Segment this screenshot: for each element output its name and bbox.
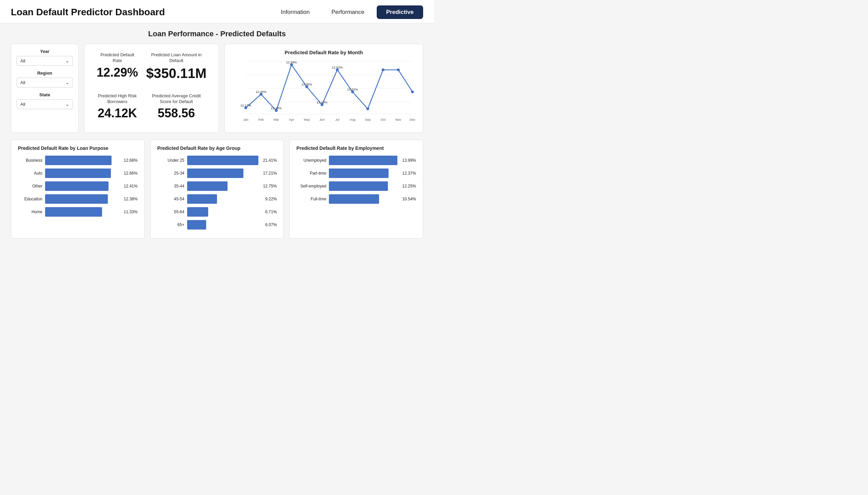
bar-value: 12.41% xyxy=(124,184,138,188)
bar-container xyxy=(187,169,258,178)
year-filter-group: Year All ⌄ xyxy=(17,49,73,66)
bar-container xyxy=(187,156,258,165)
bar-fill xyxy=(45,207,102,217)
bar-fill xyxy=(187,220,206,229)
svg-text:Apr: Apr xyxy=(289,118,294,121)
bar-value: 12.66% xyxy=(124,171,138,176)
nav-information[interactable]: Information xyxy=(271,5,319,19)
svg-text:Mar: Mar xyxy=(274,118,279,121)
bar-label: Auto xyxy=(18,171,42,176)
main-content: Loan Performance - Predicted Defaults Ye… xyxy=(0,23,434,247)
age-group-panel: Predicted Default Rate by Age Group Unde… xyxy=(150,140,284,239)
year-chevron-icon: ⌄ xyxy=(65,58,69,63)
default-rate-value: 12.29% xyxy=(97,66,138,79)
bar-label: 25-34 xyxy=(157,171,185,176)
bar-value: 12.25% xyxy=(402,184,416,188)
avg-credit-value: 558.56 xyxy=(146,106,206,120)
bar-fill xyxy=(329,169,389,178)
bar-value: 10.54% xyxy=(402,197,416,201)
high-risk-label: Predicted High Risk Borrowers xyxy=(97,93,138,105)
year-label: Year xyxy=(17,49,73,54)
svg-text:12.30%: 12.30% xyxy=(256,90,267,93)
bar-value: 12.75% xyxy=(263,184,277,188)
bar-row: 35-4412.75% xyxy=(157,182,277,191)
region-filter-group: Region All ⌄ xyxy=(17,70,73,87)
bar-row: Under 2521.41% xyxy=(157,156,277,165)
bar-container xyxy=(187,207,261,217)
bar-row: 65+6.07% xyxy=(157,220,277,229)
bar-row: Auto12.66% xyxy=(18,169,138,178)
state-label: State xyxy=(17,92,73,97)
avg-credit-label: Predicted Average Credit Score for Defau… xyxy=(146,93,206,105)
nav-predictive[interactable]: Predictive xyxy=(377,5,423,19)
default-rate-label: Predicted Default Rate xyxy=(97,52,138,64)
bar-fill xyxy=(329,194,379,204)
bar-fill xyxy=(187,169,243,178)
svg-text:12.14%: 12.14% xyxy=(271,106,282,110)
bar-fill xyxy=(45,156,112,165)
year-value: All xyxy=(20,58,25,63)
state-chevron-icon: ⌄ xyxy=(65,102,69,107)
bar-label: Part-time xyxy=(296,171,326,176)
bar-fill xyxy=(187,182,228,191)
bar-row: Education12.38% xyxy=(18,194,138,204)
svg-text:Oct: Oct xyxy=(380,118,386,121)
bar-value: 12.37% xyxy=(402,171,416,176)
bar-label: 35-44 xyxy=(157,184,185,188)
metrics-panel: Predicted Default Rate 12.29% Predicted … xyxy=(84,44,219,133)
state-value: All xyxy=(20,102,25,107)
bar-fill xyxy=(329,156,397,165)
bar-label: Education xyxy=(18,197,42,201)
svg-point-15 xyxy=(397,68,400,71)
bar-value: 21.41% xyxy=(263,158,277,163)
bar-value: 6.07% xyxy=(265,222,277,227)
bar-container xyxy=(45,169,119,178)
bar-row: 25-3417.21% xyxy=(157,169,277,178)
avg-credit-metric: Predicted Average Credit Score for Defau… xyxy=(142,90,210,127)
bar-label: Home xyxy=(18,209,42,214)
bar-container xyxy=(45,156,119,165)
high-risk-value: 24.12K xyxy=(97,106,138,120)
bar-value: 12.68% xyxy=(124,158,138,163)
svg-text:Jun: Jun xyxy=(319,118,324,121)
bar-container xyxy=(45,207,119,217)
monthly-chart-svg: 12.17% 12.30% 12.14% 12.59% 12.35% 12.19… xyxy=(232,58,416,126)
year-select[interactable]: All ⌄ xyxy=(17,56,73,66)
top-row: Year All ⌄ Region All ⌄ State All ⌄ xyxy=(11,44,423,133)
svg-text:Jan: Jan xyxy=(243,118,248,121)
nav-performance[interactable]: Performance xyxy=(322,5,374,19)
svg-text:Aug: Aug xyxy=(350,118,355,121)
bar-label: Other xyxy=(18,184,42,188)
bar-container xyxy=(187,220,261,229)
svg-text:Dec: Dec xyxy=(410,118,415,121)
region-select[interactable]: All ⌄ xyxy=(17,78,73,87)
bar-label: 55-64 xyxy=(157,209,185,214)
app-header: Loan Default Predictor Dashboard Informa… xyxy=(0,0,434,23)
bar-row: 55-646.71% xyxy=(157,207,277,217)
section-heading: Loan Performance - Predicted Defaults xyxy=(11,30,423,38)
bar-value: 6.71% xyxy=(265,209,277,214)
svg-text:12.32%: 12.32% xyxy=(347,88,358,91)
bar-fill xyxy=(45,169,111,178)
loan-purpose-title: Predicted Default Rate by Loan Purpose xyxy=(18,146,138,151)
employment-title: Predicted Default Rate by Employment xyxy=(296,146,416,151)
bar-value: 9.22% xyxy=(265,197,277,201)
bar-container xyxy=(187,182,258,191)
nav-bar: Information Performance Predictive xyxy=(271,5,423,19)
loan-purpose-panel: Predicted Default Rate by Loan Purpose B… xyxy=(11,140,145,239)
state-select[interactable]: All ⌄ xyxy=(17,99,73,109)
bar-label: 65+ xyxy=(157,222,185,227)
bar-value: 12.38% xyxy=(124,197,138,201)
svg-text:12.19%: 12.19% xyxy=(317,101,327,104)
bar-container xyxy=(329,194,397,204)
bar-row: 45-549.22% xyxy=(157,194,277,204)
svg-text:Nov: Nov xyxy=(395,118,401,121)
svg-text:12.17%: 12.17% xyxy=(240,104,251,107)
svg-text:Feb: Feb xyxy=(258,118,264,121)
bar-value: 11.33% xyxy=(124,209,138,214)
employment-bars: Unemployed13.99%Part-time12.37%Self-empl… xyxy=(296,156,416,204)
bar-container xyxy=(329,156,397,165)
bar-fill xyxy=(45,182,108,191)
age-group-bars: Under 2521.41%25-3417.21%35-4412.75%45-5… xyxy=(157,156,277,229)
svg-text:May: May xyxy=(304,118,310,121)
